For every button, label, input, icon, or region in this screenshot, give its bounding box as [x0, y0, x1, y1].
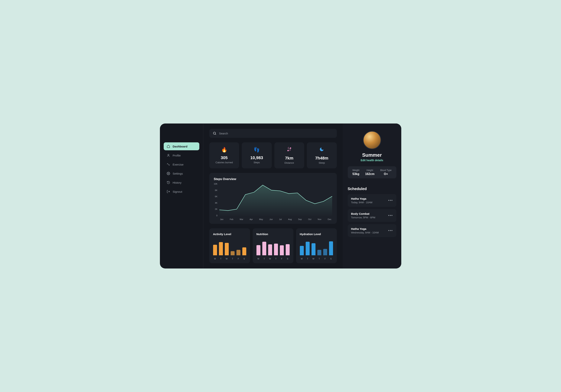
svg-point-3 — [288, 150, 288, 151]
stat-value: 305 — [212, 155, 237, 160]
mini-chart-title: Nutrition — [257, 232, 290, 236]
bar — [280, 245, 284, 255]
health-item-weight: Weight 53kg — [352, 169, 359, 176]
scheduled-item[interactable]: Hatha Yoga Today, 9AM - 10AM ••• — [348, 194, 396, 207]
search-icon — [213, 131, 216, 135]
mini-chart-title: Hydration Level — [300, 232, 333, 236]
mini-chart-labels: MTWTFS — [213, 258, 246, 260]
stat-label: Distance — [277, 161, 302, 164]
sidebar-item-history[interactable]: History — [164, 179, 199, 186]
bar — [312, 243, 315, 255]
home-icon — [167, 145, 170, 148]
steps-overview-chart: Steps Overview 10K8K6K4K2K0 JanFebMarApr… — [209, 173, 337, 224]
svg-point-0 — [168, 154, 169, 155]
health-value: 53kg — [352, 172, 359, 176]
scheduled-text: Hatha Yoga Today, 9AM - 10AM — [351, 197, 372, 204]
stat-steps[interactable]: 👣 10,983 Steps — [242, 142, 272, 168]
stat-distance[interactable]: 7km Distance — [274, 142, 304, 168]
bar — [231, 251, 235, 255]
health-label: Weight — [352, 169, 359, 172]
svg-point-1 — [168, 173, 169, 174]
more-icon[interactable]: ••• — [388, 214, 393, 218]
stat-row: 🔥 305 Calories burned 👣 10,983 Steps 7km… — [209, 142, 337, 168]
edit-health-link[interactable]: Edit health details — [348, 159, 396, 162]
chart-x-axis: JanFebMarAprMayJunJulAugSepOctNovDec — [219, 218, 332, 220]
mini-chart-hydration-level[interactable]: Hydration LevelMTWTFS — [296, 228, 337, 263]
sidebar-item-label: History — [173, 181, 182, 184]
health-item-blood-type: Blood Type O+ — [380, 169, 391, 176]
svg-point-4 — [290, 148, 291, 148]
stat-value: 7km — [277, 156, 302, 161]
right-panel: Summer Edit health details Weight 53kgHe… — [343, 123, 401, 269]
health-details: Weight 53kgHeight 162cmBlood Type O+ — [348, 166, 396, 178]
sidebar-item-label: Profile — [173, 154, 181, 157]
stat-sleep[interactable]: z 7h48m Sleep — [307, 142, 337, 168]
scheduled-time: Tomorrow, 5PM - 6PM — [351, 216, 376, 219]
bar — [323, 249, 327, 255]
flame-icon: 🔥 — [212, 147, 237, 153]
health-value: O+ — [380, 172, 391, 176]
mini-chart-labels: MTWTFS — [300, 258, 333, 260]
gear-icon — [167, 172, 170, 175]
scheduled-list: Hatha Yoga Today, 9AM - 10AM ••• Body Co… — [348, 194, 396, 237]
mini-chart-bars — [257, 240, 290, 255]
svg-text:z: z — [322, 147, 323, 149]
bar — [306, 242, 310, 255]
mini-chart-title: Activity Level — [213, 232, 246, 236]
bar — [329, 241, 333, 255]
bar — [242, 247, 246, 255]
moon-icon: z — [309, 147, 334, 153]
chart-title: Steps Overview — [214, 177, 332, 181]
health-value: 162cm — [365, 172, 375, 176]
bar — [317, 250, 321, 255]
mini-chart-nutrition[interactable]: NutritionMTWTFS — [253, 228, 293, 263]
bar — [300, 246, 304, 255]
bar — [286, 244, 290, 255]
stat-label: Steps — [244, 161, 270, 164]
stat-label: Sleep — [309, 161, 334, 164]
route-icon — [277, 147, 302, 153]
health-label: Height — [365, 169, 375, 172]
sidebar-item-profile[interactable]: Profile — [164, 152, 199, 159]
scheduled-name: Hatha Yoga — [351, 227, 379, 230]
sidebar-item-label: Signout — [173, 190, 182, 193]
sidebar-item-dashboard[interactable]: Dashboard — [164, 142, 199, 150]
bar — [219, 242, 223, 255]
mini-chart-labels: MTWTFS — [257, 258, 290, 260]
bar — [268, 244, 272, 255]
signout-icon — [167, 190, 170, 193]
mini-chart-bars — [300, 240, 333, 255]
scheduled-item[interactable]: Hatha Yoga Wednesday, 9AM - 10AM ••• — [348, 224, 396, 237]
chart-y-axis: 10K8K6K4K2K0 — [214, 183, 219, 220]
sidebar-item-settings[interactable]: Settings — [164, 170, 199, 177]
user-icon — [167, 154, 170, 157]
sidebar-item-signout[interactable]: Signout — [164, 188, 199, 196]
health-label: Blood Type — [380, 169, 391, 172]
mini-chart-activity-level[interactable]: Activity LevelMTWTFS — [209, 228, 250, 263]
dumbbell-icon — [167, 163, 170, 166]
mini-chart-bars — [213, 240, 246, 255]
feet-icon: 👣 — [244, 147, 270, 153]
chart-plot-area: JanFebMarAprMayJunJulAugSepOctNovDec — [219, 183, 332, 220]
bar — [274, 244, 278, 255]
scheduled-name: Hatha Yoga — [351, 197, 372, 200]
scheduled-title: Scheduled — [348, 187, 396, 191]
search-bar[interactable] — [209, 129, 337, 138]
more-icon[interactable]: ••• — [388, 198, 393, 203]
scheduled-time: Today, 9AM - 10AM — [351, 201, 372, 204]
sidebar: Dashboard Profile Exercise Settings Hist… — [160, 123, 203, 269]
stat-value: 10,983 — [244, 155, 270, 160]
profile-name: Summer — [348, 152, 396, 158]
scheduled-name: Body Combat — [351, 212, 376, 215]
avatar[interactable] — [363, 131, 381, 149]
search-input[interactable] — [219, 132, 333, 135]
scheduled-text: Body Combat Tomorrow, 5PM - 6PM — [351, 212, 376, 219]
main-content: 🔥 305 Calories burned 👣 10,983 Steps 7km… — [203, 123, 343, 269]
sidebar-item-exercise[interactable]: Exercise — [164, 161, 199, 168]
stat-calories[interactable]: 🔥 305 Calories burned — [209, 142, 239, 168]
more-icon[interactable]: ••• — [388, 229, 393, 233]
bar — [213, 245, 217, 255]
scheduled-item[interactable]: Body Combat Tomorrow, 5PM - 6PM ••• — [348, 209, 396, 222]
scheduled-text: Hatha Yoga Wednesday, 9AM - 10AM — [351, 227, 379, 234]
health-item-height: Height 162cm — [365, 169, 375, 176]
